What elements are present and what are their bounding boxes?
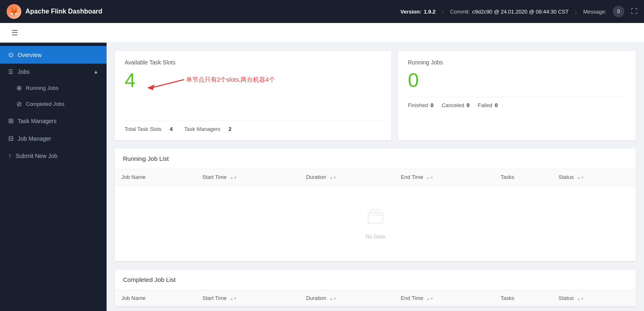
jobs-caret-icon: ▲ — [93, 69, 98, 75]
expand-icon[interactable]: ⛶ — [631, 8, 637, 15]
col-job-name-running: Job Name — [115, 169, 196, 185]
svg-marker-1 — [147, 85, 155, 90]
running-jobs-value: 0 — [408, 71, 626, 90]
completed-jobs-icon: ⊘ — [16, 100, 22, 108]
rj-stats: Finished 0 Canceled 0 Failed 0 — [408, 97, 626, 108]
sidebar-overview-label: Overview — [18, 52, 41, 58]
annotation-area: 4 单节点只有2个slots,两台机器4个 — [125, 71, 382, 100]
completed-job-table: Job Name Start Time ▲▼ Duration ▲▼ End T… — [115, 290, 636, 306]
failed-value: 0 — [495, 102, 498, 108]
running-no-data: No Data — [121, 190, 629, 256]
message-badge[interactable]: 0 — [613, 6, 624, 17]
top-header: 🦊 Apache Flink Dashboard Version: 1.9.2 … — [0, 0, 644, 23]
submit-job-icon: ↑ — [8, 152, 11, 160]
svg-rect-5 — [376, 209, 380, 213]
completed-job-list-header: Completed Job List — [115, 270, 636, 290]
svg-rect-3 — [368, 213, 383, 223]
completed-jobs-label: Completed Jobs — [26, 101, 64, 107]
sort-start-time-completed-icon: ▲▼ — [230, 297, 237, 301]
submit-new-job-label: Submit New Job — [16, 153, 57, 159]
running-no-data-cell: No Data — [115, 185, 636, 261]
svg-text:单节点只有2个slots,两台机器4个: 单节点只有2个slots,两台机器4个 — [186, 76, 275, 83]
svg-rect-4 — [371, 209, 375, 213]
col-duration-completed[interactable]: Duration ▲▼ — [300, 290, 394, 306]
running-job-table: Job Name Start Time ▲▼ Duration ▲▼ End T… — [115, 169, 636, 261]
col-job-name-completed: Job Name — [115, 290, 196, 306]
running-job-table-head: Job Name Start Time ▲▼ Duration ▲▼ End T… — [115, 169, 636, 185]
job-manager-icon: ⊟ — [8, 135, 14, 142]
col-end-time-running[interactable]: End Time ▲▼ — [394, 169, 494, 185]
task-slots-title: Available Task Slots — [125, 59, 382, 66]
running-job-list-section: Running Job List Job Name Start Time ▲▼ … — [115, 149, 636, 261]
running-jobs-label: Running Jobs — [26, 85, 59, 91]
canceled-value: 0 — [467, 102, 469, 108]
finished-label: Finished — [408, 102, 428, 108]
canceled-label: Canceled — [441, 102, 464, 108]
sidebar-jobs-section[interactable]: ☰ Jobs ▲ — [0, 64, 107, 80]
no-data-icon-running — [366, 207, 385, 230]
sidebar-item-completed-jobs[interactable]: ⊘ Completed Jobs — [8, 96, 107, 112]
sidebar-jobs-submenu: ⊕ Running Jobs ⊘ Completed Jobs — [0, 80, 107, 112]
commit-info: Commit: c9d2c90 @ 24.01.2020 @ 08:44:30 … — [450, 9, 569, 15]
sidebar-item-overview[interactable]: ⊙ Overview — [0, 46, 107, 64]
annotation-arrow: 单节点只有2个slots,两台机器4个 — [147, 67, 377, 92]
app-title: Apache Flink Dashboard — [25, 8, 102, 15]
cards-row: Available Task Slots 4 单节点只有2个slots,两台机器… — [115, 51, 636, 140]
running-no-data-row: No Data — [115, 185, 636, 261]
finished-stat: Finished 0 — [408, 102, 433, 108]
col-status-completed[interactable]: Status ▲▼ — [552, 290, 636, 306]
task-slots-stats: Total Task Slots 4 Task Managers 2 — [125, 121, 382, 132]
running-job-header-row: Job Name Start Time ▲▼ Duration ▲▼ End T… — [115, 169, 636, 185]
col-start-time-running[interactable]: Start Time ▲▼ — [196, 169, 300, 185]
total-task-slots-value: 4 — [170, 126, 173, 132]
version-info: Version: 1.9.2 — [401, 9, 436, 15]
sidebar-item-task-managers[interactable]: ⊞ Task Managers — [0, 112, 107, 130]
job-manager-label: Job Manager — [18, 135, 51, 142]
running-jobs-card-title: Running Jobs — [408, 59, 626, 66]
sort-duration-icon: ▲▼ — [329, 176, 337, 180]
task-slots-card: Available Task Slots 4 单节点只有2个slots,两台机器… — [115, 51, 391, 140]
task-managers-stat-label: Task Managers — [184, 126, 220, 132]
finished-value: 0 — [430, 102, 433, 108]
col-start-time-completed[interactable]: Start Time ▲▼ — [196, 290, 300, 306]
completed-job-table-head: Job Name Start Time ▲▼ Duration ▲▼ End T… — [115, 290, 636, 306]
sidebar: ⊙ Overview ☰ Jobs ▲ ⊕ Running Jobs ⊘ Com… — [0, 43, 107, 311]
logo-area: 🦊 Apache Flink Dashboard — [7, 4, 113, 19]
no-data-text-running: No Data — [366, 233, 385, 240]
col-duration-running[interactable]: Duration ▲▼ — [300, 169, 394, 185]
svg-line-0 — [151, 80, 184, 88]
task-managers-stat-value: 2 — [228, 126, 231, 132]
task-managers-icon: ⊞ — [8, 117, 14, 125]
running-jobs-icon: ⊕ — [16, 84, 22, 92]
sort-duration-completed-icon: ▲▼ — [329, 297, 337, 301]
message-label: Message: — [583, 9, 606, 15]
main-layout: ⊙ Overview ☰ Jobs ▲ ⊕ Running Jobs ⊘ Com… — [0, 43, 644, 311]
running-job-table-body: No Data — [115, 185, 636, 261]
sidebar-item-running-jobs[interactable]: ⊕ Running Jobs — [8, 80, 107, 96]
failed-stat: Failed 0 — [478, 102, 498, 108]
sort-end-time-completed-icon: ▲▼ — [426, 297, 434, 301]
overview-icon: ⊙ — [8, 51, 14, 59]
sidebar-jobs-label: Jobs — [18, 69, 30, 75]
main-content: Available Task Slots 4 单节点只有2个slots,两台机器… — [107, 43, 644, 311]
col-status-running[interactable]: Status ▲▼ — [552, 169, 636, 185]
col-end-time-completed[interactable]: End Time ▲▼ — [394, 290, 494, 306]
sort-end-time-icon: ▲▼ — [426, 176, 434, 180]
running-job-list-header: Running Job List — [115, 149, 636, 169]
col-tasks-running: Tasks — [494, 169, 552, 185]
sort-start-time-icon: ▲▼ — [230, 176, 237, 180]
app-logo-icon: 🦊 — [7, 4, 21, 19]
completed-job-header-row: Job Name Start Time ▲▼ Duration ▲▼ End T… — [115, 290, 636, 306]
sidebar-item-job-manager[interactable]: ⊟ Job Manager — [0, 130, 107, 147]
task-managers-label: Task Managers — [18, 118, 57, 124]
sidebar-item-submit-new-job[interactable]: ↑ Submit New Job — [0, 147, 107, 165]
completed-job-list-section: Completed Job List Job Name Start Time ▲… — [115, 270, 636, 306]
jobs-icon: ☰ — [8, 69, 14, 75]
col-tasks-completed: Tasks — [494, 290, 552, 306]
failed-label: Failed — [478, 102, 492, 108]
canceled-stat: Canceled 0 — [441, 102, 469, 108]
secondary-header: ☰ — [0, 23, 644, 43]
menu-toggle-icon[interactable]: ☰ — [8, 27, 21, 39]
running-jobs-card: Running Jobs 0 Finished 0 Canceled 0 Fai… — [398, 51, 636, 140]
sort-status-icon: ▲▼ — [577, 176, 584, 180]
